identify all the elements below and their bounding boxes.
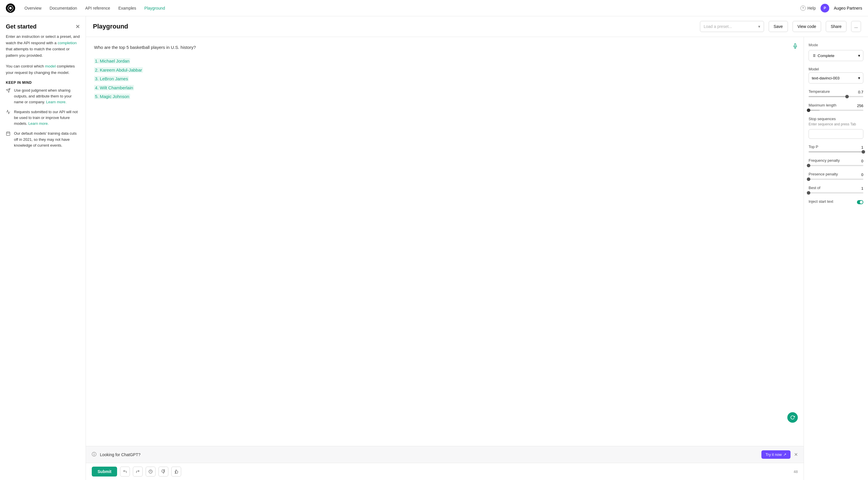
- share-button[interactable]: Share: [826, 21, 846, 32]
- editor-prompt: Who are the top 5 basketball players in …: [94, 44, 796, 51]
- temperature-slider[interactable]: [809, 96, 863, 97]
- sidebar-item-1-text: Use good judgment when sharing outputs, …: [14, 88, 80, 105]
- sidebar-item-2-text: Requests submitted to our API will not b…: [14, 109, 80, 127]
- sidebar-title: Get started ✕: [6, 23, 80, 30]
- banner-text: Looking for ChatGPT?: [100, 452, 758, 457]
- submit-bar: Submit 48: [86, 463, 804, 480]
- try-it-now-link[interactable]: Try it now ↗: [762, 450, 790, 459]
- main-layout: Get started ✕ Enter an instruction or se…: [0, 16, 868, 480]
- editor-main[interactable]: Who are the top 5 basketball players in …: [86, 37, 804, 446]
- response-item-1: 1. Michael Jordan: [94, 57, 796, 66]
- logo[interactable]: [6, 3, 15, 13]
- playground-header: Playground Load a preset... ▾ Save View …: [86, 16, 868, 37]
- mode-dropdown[interactable]: Complete ▾: [809, 50, 863, 61]
- chevron-down-icon: ▾: [858, 53, 860, 58]
- nav-documentation[interactable]: Documentation: [50, 6, 77, 10]
- model-dropdown[interactable]: text-davinci-003 ▾: [809, 72, 863, 83]
- chatgpt-banner: ⓘ Looking for ChatGPT? Try it now ↗ ✕: [86, 446, 804, 463]
- send-icon: [6, 88, 10, 94]
- calendar-icon: [6, 131, 10, 137]
- inject-toggle[interactable]: [857, 200, 863, 204]
- nav-api-reference[interactable]: API reference: [85, 6, 111, 10]
- best-of-value: 1: [861, 186, 863, 191]
- redo-button[interactable]: [133, 467, 143, 477]
- inject-label: Inject start text: [809, 199, 833, 204]
- learn-more-link-1[interactable]: Learn more.: [46, 100, 66, 104]
- max-length-label: Maximum length: [809, 103, 836, 107]
- help-icon: ?: [800, 5, 806, 11]
- mic-icon[interactable]: [793, 43, 798, 50]
- sidebar-item-1: Use good judgment when sharing outputs, …: [6, 88, 80, 105]
- regenerate-button[interactable]: [787, 412, 798, 423]
- dislike-button[interactable]: [158, 467, 168, 477]
- presence-penalty-slider[interactable]: [809, 179, 863, 180]
- temperature-group: Temperature 0.7: [809, 89, 863, 97]
- model-value: text-davinci-003: [812, 76, 839, 80]
- editor-response: 1. Michael Jordan 2. Kareem Abdul-Jabbar…: [94, 57, 796, 101]
- like-button[interactable]: [171, 467, 181, 477]
- best-of-slider[interactable]: [809, 192, 863, 194]
- response-item-2: 2. Kareem Abdul-Jabbar: [94, 66, 796, 75]
- history-button[interactable]: [146, 467, 156, 477]
- sidebar: Get started ✕ Enter an instruction or se…: [0, 16, 86, 480]
- max-length-value: 256: [857, 104, 863, 108]
- inject-group: Inject start text: [809, 199, 863, 205]
- chevron-down-icon: ▾: [858, 76, 860, 80]
- stop-seq-label: Stop sequences: [809, 117, 863, 121]
- sidebar-item-3-text: Our default models' training data cuts o…: [14, 131, 80, 148]
- user-name: Augeo Partners: [834, 6, 862, 10]
- freq-penalty-value: 0: [861, 159, 863, 163]
- close-banner-icon[interactable]: ✕: [794, 452, 798, 457]
- temperature-value: 0.7: [858, 90, 863, 94]
- view-code-button[interactable]: View code: [793, 21, 821, 32]
- freq-penalty-slider[interactable]: [809, 165, 863, 166]
- body-split: Who are the top 5 basketball players in …: [86, 37, 868, 480]
- help-button[interactable]: ? Help: [800, 5, 816, 11]
- model-label: Model: [809, 67, 863, 71]
- stop-seq-hint: Enter sequence and press Tab: [809, 122, 863, 126]
- help-label: Help: [807, 6, 816, 10]
- response-item-3: 3. LeBron James: [94, 74, 796, 83]
- token-count: 48: [794, 470, 798, 474]
- completion-link[interactable]: completion: [58, 41, 76, 45]
- top-p-label: Top P: [809, 145, 818, 149]
- activity-icon: [6, 110, 10, 115]
- page-title: Playground: [93, 23, 695, 30]
- response-item-5: 5. Magic Johnson: [94, 92, 796, 101]
- max-length-slider[interactable]: [809, 110, 863, 111]
- temperature-label: Temperature: [809, 89, 830, 94]
- learn-more-link-2[interactable]: Learn more.: [28, 121, 49, 126]
- mode-icon: [812, 54, 816, 58]
- top-p-value: 1: [861, 145, 863, 149]
- save-button[interactable]: Save: [769, 21, 788, 32]
- svg-rect-4: [6, 132, 10, 136]
- freq-penalty-group: Frequency penalty 0: [809, 158, 863, 166]
- undo-button[interactable]: [120, 467, 130, 477]
- nav-overview[interactable]: Overview: [25, 6, 41, 10]
- best-of-label: Best of: [809, 185, 820, 190]
- model-link[interactable]: model: [45, 64, 56, 68]
- sidebar-description-2: You can control which model completes yo…: [6, 63, 80, 76]
- sidebar-description: Enter an instruction or select a preset,…: [6, 33, 80, 59]
- preset-placeholder: Load a preset...: [704, 24, 732, 29]
- mode-label: Mode: [809, 43, 863, 47]
- model-group: Model text-davinci-003 ▾: [809, 67, 863, 83]
- presence-penalty-group: Presence penalty 0: [809, 172, 863, 180]
- top-p-group: Top P 1: [809, 145, 863, 152]
- nav-links: Overview Documentation API reference Exa…: [25, 6, 791, 10]
- nav-examples[interactable]: Examples: [118, 6, 136, 10]
- top-p-slider[interactable]: [809, 151, 863, 152]
- stop-seq-input[interactable]: [809, 129, 863, 139]
- external-link-icon: ↗: [783, 452, 786, 457]
- presence-penalty-value: 0: [861, 172, 863, 177]
- nav-playground[interactable]: Playground: [145, 6, 165, 10]
- close-icon[interactable]: ✕: [75, 24, 80, 30]
- mode-value: Complete: [817, 54, 835, 58]
- preset-select[interactable]: Load a preset... ▾: [700, 21, 764, 32]
- editor-area: Who are the top 5 basketball players in …: [86, 37, 804, 480]
- avatar: P: [820, 4, 829, 12]
- more-button[interactable]: ...: [851, 21, 861, 32]
- content-area: Playground Load a preset... ▾ Save View …: [86, 16, 868, 480]
- chevron-down-icon: ▾: [758, 24, 760, 29]
- submit-button[interactable]: Submit: [92, 467, 117, 477]
